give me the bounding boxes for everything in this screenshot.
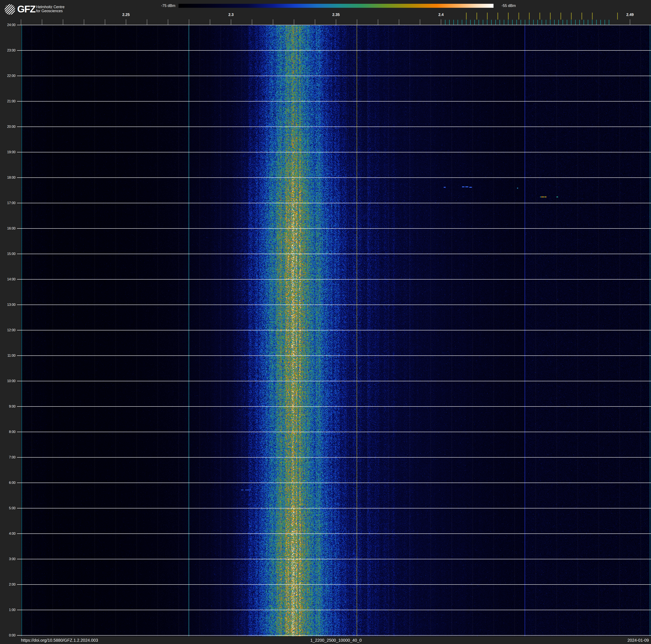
colorbar-min-label: -75 dBm [134,4,175,8]
hour-gridline [17,432,651,432]
frequency-tick [84,19,84,25]
gfz-logo-icon [5,4,15,15]
gfz-logo-wordmark: GFZ [17,4,35,14]
time-label: 24:00 [0,23,16,27]
ble-channel-tick [483,20,483,25]
frequency-tick [231,19,231,25]
wifi-channel-tick [592,12,593,20]
hour-gridline [17,610,651,610]
time-label: 17:00 [0,201,16,205]
ble-channel-tick [529,20,529,25]
time-label: 3:00 [0,557,16,561]
time-label: 10:00 [0,379,16,383]
wifi-channel-tick [466,12,467,20]
ble-channel-tick [592,20,592,25]
hour-gridline [17,533,651,534]
ble-channel-tick [596,20,597,25]
wifi-channel-tick [508,12,508,20]
frequency-tick [273,19,273,25]
time-label: 11:00 [0,354,16,357]
frequency-tick-label: 2.3 [222,12,241,17]
ble-channel-tick [584,20,584,25]
hour-gridline [17,457,651,458]
ble-channel-tick [491,20,492,25]
ble-channel-tick [554,20,555,25]
frequency-tick [105,19,105,25]
hour-gridline [17,508,651,508]
frequency-tick-label: 2.25 [117,12,135,17]
frequency-tick-label: 2.35 [327,12,345,17]
spectrogram-canvas [21,25,651,636]
time-label: 19:00 [0,150,16,154]
ble-channel-tick [558,20,559,25]
wifi-channel-tick [519,12,519,20]
time-label: 8:00 [0,430,16,434]
frequency-tick [336,19,336,25]
time-label: 20:00 [0,125,16,129]
wifi-channel-tick [582,12,582,20]
frequency-tick [21,19,21,25]
time-label: 7:00 [0,456,16,459]
frequency-tick-label: 2.4 [432,12,451,17]
ble-channel-tick [500,20,500,25]
hour-gridline [17,76,651,76]
org-name: Helmholtz Centre for Geosciences [36,5,64,13]
doi-link[interactable]: https://doi.org/10.5880/GFZ.1.2.2024.003 [21,638,98,643]
wifi-channel-tick [476,12,477,20]
wifi-channel-tick [560,12,561,20]
frequency-tick [441,19,441,25]
ble-channel-tick [504,20,504,25]
ble-channel-tick [609,20,609,25]
wifi-channel-tick [571,12,571,20]
hour-gridline [17,584,651,585]
wifi-channel-tick [529,12,530,20]
hour-gridline [17,101,651,101]
time-label: 12:00 [0,328,16,332]
ble-channel-tick [525,20,525,25]
hour-gridline [17,177,651,178]
ble-channel-tick [533,20,534,25]
ble-channel-tick [575,20,576,25]
frequency-tick [126,19,126,25]
hour-gridline [17,406,651,407]
hour-gridline [17,559,651,559]
hour-gridline [17,279,651,280]
ble-channel-tick [541,20,542,25]
ble-channel-tick [508,20,508,25]
time-label: 4:00 [0,532,16,535]
ble-channel-tick [600,20,601,25]
time-label: 1:00 [0,608,16,612]
frequency-tick-label: 2.49 [621,12,640,17]
org-name-line1: Helmholtz Centre [36,5,64,9]
frequency-tick [252,19,252,25]
time-label: 16:00 [0,227,16,230]
ble-channel-tick [474,20,475,25]
hour-gridline [17,25,651,25]
hour-gridline [17,355,651,356]
hour-gridline [17,635,651,636]
hour-gridline [17,381,651,381]
time-label: 6:00 [0,481,16,485]
time-label: 14:00 [0,277,16,281]
ble-channel-tick [563,20,563,25]
ble-channel-tick [454,20,454,25]
hour-gridline [17,126,651,127]
wifi-channel-tick [617,12,618,20]
time-label: 23:00 [0,49,16,52]
ble-channel-tick [466,20,466,25]
hour-gridline [17,50,651,51]
frequency-tick [315,19,315,25]
time-label: 5:00 [0,506,16,510]
time-label: 22:00 [0,74,16,78]
frequency-tick [210,19,210,25]
hour-gridline [17,330,651,330]
ble-channel-tick [571,20,571,25]
date-label: 2024-01-09 [627,638,649,643]
ble-channel-tick [604,20,605,25]
spectrogram-page: { "branding": { "logo_icon": "striped-gl… [0,0,651,644]
time-label: 9:00 [0,405,16,408]
ble-channel-tick [470,20,471,25]
ble-channel-tick [458,20,458,25]
ble-channel-tick [478,20,479,25]
dataset-id: 1_2200_2500_10000_40_0 [310,638,362,643]
